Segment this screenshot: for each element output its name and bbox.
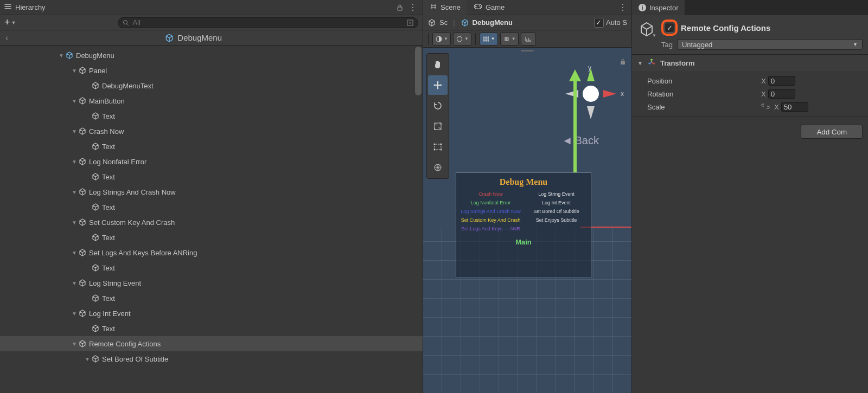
rotate-tool[interactable] bbox=[428, 96, 448, 115]
gameobject-icon bbox=[78, 339, 87, 348]
rotation-x-field[interactable] bbox=[768, 89, 795, 99]
snap-button[interactable]: ▼ bbox=[500, 33, 519, 46]
kebab-menu-icon[interactable]: ⋮ bbox=[407, 2, 418, 13]
scale-x-field[interactable] bbox=[781, 102, 808, 112]
foldout-icon[interactable]: ▼ bbox=[71, 280, 78, 286]
increment-button[interactable] bbox=[521, 33, 536, 46]
foldout-icon[interactable]: ▼ bbox=[71, 128, 78, 134]
tree-item[interactable]: ▼Set Custom Key And Crash bbox=[0, 215, 423, 230]
tab-game[interactable]: Game bbox=[467, 0, 511, 15]
prefab-icon bbox=[65, 51, 74, 60]
search-input[interactable] bbox=[118, 17, 418, 28]
tab-inspector[interactable]: i Inspector bbox=[632, 0, 685, 15]
foldout-icon[interactable]: ▼ bbox=[84, 356, 91, 362]
tree-item[interactable]: Text bbox=[0, 321, 423, 336]
foldout-icon[interactable]: ▼ bbox=[71, 341, 78, 347]
search-text-input[interactable] bbox=[132, 18, 404, 27]
foldout-icon[interactable]: ▼ bbox=[71, 68, 78, 74]
svg-marker-20 bbox=[569, 69, 581, 81]
foldout-icon[interactable]: ▼ bbox=[71, 98, 78, 104]
scale-tool[interactable] bbox=[428, 117, 448, 136]
scrollbar-thumb[interactable] bbox=[415, 47, 422, 95]
gameobject-icon[interactable]: ▼ bbox=[637, 20, 657, 39]
grid-toggle-button[interactable]: ▼ bbox=[480, 33, 498, 46]
foldout-icon[interactable]: ▼ bbox=[71, 159, 78, 165]
enabled-checkbox[interactable] bbox=[665, 23, 674, 33]
scale-label: Scale bbox=[637, 103, 757, 111]
tree-item[interactable]: Text bbox=[0, 291, 423, 306]
tree-item[interactable]: Text bbox=[0, 108, 423, 124]
chevron-down-icon: ▼ bbox=[853, 42, 858, 47]
tree-item[interactable]: Text bbox=[0, 139, 423, 154]
gameobject-icon bbox=[78, 248, 87, 257]
scene-viewport[interactable]: y x ◄ Back Debug Menu Crash NowLog Nonfa… bbox=[423, 48, 631, 393]
tree-item[interactable]: ▼Remote Config Actions bbox=[0, 336, 423, 351]
transform-tool[interactable] bbox=[428, 158, 448, 177]
foldout-icon[interactable]: ▼ bbox=[71, 250, 78, 256]
gamepad-icon bbox=[474, 3, 482, 11]
tree-item-label: Text bbox=[102, 325, 115, 333]
tree-item-label: Text bbox=[102, 294, 115, 302]
gameobject-icon bbox=[78, 157, 87, 166]
foldout-icon[interactable]: ▼ bbox=[71, 311, 78, 317]
foldout-icon[interactable]: ▼ bbox=[637, 60, 643, 66]
2d-toggle-button[interactable]: ▼ bbox=[453, 33, 471, 46]
kebab-menu-icon[interactable]: ⋮ bbox=[617, 2, 628, 13]
tree-item[interactable]: ▼Log String Event bbox=[0, 275, 423, 291]
tree-item[interactable]: ▼Log Nonfatal Error bbox=[0, 154, 423, 169]
tab-scene[interactable]: Scene bbox=[423, 0, 467, 15]
foldout-icon[interactable]: ▼ bbox=[71, 220, 78, 226]
tree-item-label: Log Int Event bbox=[89, 310, 131, 318]
move-gizmo-arrow[interactable] bbox=[567, 69, 583, 172]
shading-mode-button[interactable]: ▼ bbox=[432, 33, 451, 46]
tree-item[interactable]: Text bbox=[0, 260, 423, 275]
crumb-debugmenu[interactable]: DebugMenu bbox=[473, 18, 513, 27]
position-label: Position bbox=[637, 77, 757, 85]
position-x-field[interactable] bbox=[768, 76, 795, 86]
lock-icon[interactable] bbox=[394, 2, 405, 13]
tree-item[interactable]: ▼Set Logs And Keys Before ANRing bbox=[0, 245, 423, 260]
tree-item[interactable]: ▼Log Strings And Crash Now bbox=[0, 184, 423, 199]
foldout-icon[interactable]: ▼ bbox=[58, 53, 65, 59]
crumb-sc[interactable]: Sc bbox=[439, 18, 448, 27]
constrain-icon[interactable] bbox=[761, 102, 770, 112]
object-name-field[interactable]: Remote Config Actions bbox=[681, 23, 770, 33]
debug-menu-canvas[interactable]: Debug Menu Crash NowLog Nonfatal ErrorLo… bbox=[456, 172, 591, 278]
hierarchy-header: Hierarchy ⋮ bbox=[0, 0, 423, 15]
rect-tool[interactable] bbox=[428, 137, 448, 157]
tree-item[interactable]: ▼Log Int Event bbox=[0, 306, 423, 321]
drag-handle-icon[interactable] bbox=[521, 50, 534, 51]
gameobject-icon bbox=[78, 218, 87, 227]
tree-item-label: Text bbox=[102, 173, 115, 181]
gameobject-icon bbox=[91, 233, 100, 242]
gameobject-icon bbox=[91, 355, 100, 363]
transform-header[interactable]: ▼ Transform bbox=[632, 55, 868, 71]
tree-item-label: MainButton bbox=[89, 97, 125, 105]
expand-icon[interactable] bbox=[407, 20, 413, 26]
add-component-button[interactable]: Add Com bbox=[801, 125, 863, 139]
tree-item-label: Text bbox=[102, 143, 115, 151]
tree-item[interactable]: Text bbox=[0, 199, 423, 215]
back-chevron-icon[interactable]: ‹ bbox=[5, 33, 8, 43]
tree-item[interactable]: ▼Panel bbox=[0, 63, 423, 78]
tree-item[interactable]: ▼Crash Now bbox=[0, 124, 423, 139]
auto-save-toggle[interactable]: Auto S bbox=[594, 18, 627, 28]
gizmo-y-label: y bbox=[588, 64, 591, 72]
tag-dropdown[interactable]: Untagged ▼ bbox=[677, 39, 863, 50]
add-button[interactable]: + ▼ bbox=[4, 17, 16, 28]
prefab-icon bbox=[164, 33, 174, 43]
tag-label: Tag bbox=[661, 41, 673, 49]
tree-item[interactable]: ▼Set Bored Of Subtitle bbox=[0, 351, 423, 366]
move-tool[interactable] bbox=[428, 75, 448, 95]
hand-tool[interactable] bbox=[428, 55, 448, 74]
x-label: X bbox=[761, 77, 766, 85]
tree-item[interactable]: Text bbox=[0, 169, 423, 184]
foldout-icon[interactable]: ▼ bbox=[71, 189, 78, 195]
tree-item[interactable]: DebugMenuText bbox=[0, 78, 423, 93]
hierarchy-tree[interactable]: ▼DebugMenu▼PanelDebugMenuText▼MainButton… bbox=[0, 46, 423, 393]
breadcrumb-label[interactable]: DebugMenu bbox=[177, 33, 222, 42]
tree-item[interactable]: ▼MainButton bbox=[0, 93, 423, 108]
tree-item[interactable]: ▼DebugMenu bbox=[0, 48, 423, 63]
tree-item[interactable]: Text bbox=[0, 230, 423, 245]
auto-save-checkbox[interactable] bbox=[594, 18, 604, 28]
